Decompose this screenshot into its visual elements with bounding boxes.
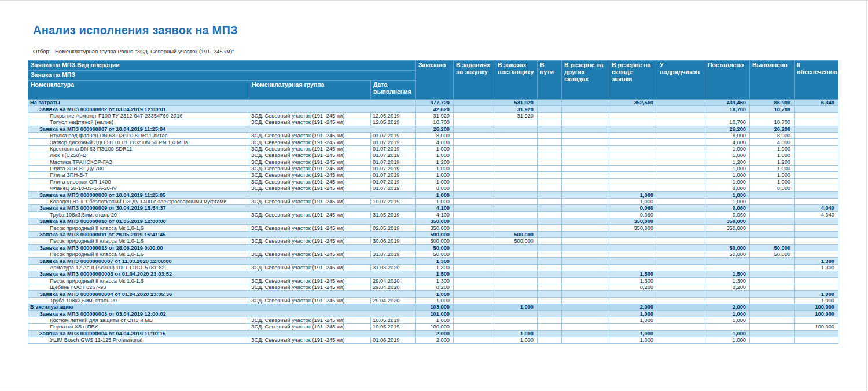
value-cell-to-provide[interactable] [795, 132, 838, 138]
value-cell-in-purchase-tasks[interactable] [454, 304, 495, 310]
value-cell-at-contractors[interactable] [657, 139, 705, 145]
value-cell-in-transit[interactable] [538, 100, 562, 106]
execution-date-cell[interactable]: 29.04.2020 [371, 284, 416, 290]
value-cell-at-contractors[interactable] [657, 324, 705, 330]
nomenclature-group-cell[interactable]: ЗСД. Северный участок (191 -245 км) [249, 165, 371, 171]
value-cell-completed[interactable] [750, 231, 795, 237]
value-cell-in-transit[interactable] [538, 225, 562, 231]
value-cell-in-supplier-orders[interactable] [495, 205, 538, 211]
value-cell-delivered[interactable]: 1,000 [705, 165, 750, 171]
value-cell-delivered[interactable]: 2,000 [705, 304, 750, 310]
value-cell-ordered[interactable]: 2,000 [416, 337, 454, 344]
value-cell-ordered[interactable]: 42,620 [416, 106, 454, 112]
value-cell-completed[interactable] [750, 192, 795, 198]
value-cell-ordered[interactable]: 1,000 [416, 165, 454, 171]
value-cell-at-contractors[interactable] [657, 284, 705, 290]
value-cell-in-supplier-orders[interactable] [495, 198, 538, 204]
value-cell-in-purchase-tasks[interactable] [454, 264, 495, 271]
value-cell-at-contractors[interactable] [657, 152, 705, 159]
value-cell-in-supplier-orders[interactable]: 531,920 [495, 100, 538, 106]
value-cell-to-provide[interactable] [795, 106, 838, 112]
execution-date-cell[interactable]: 31.03.2020 [371, 264, 416, 271]
value-cell-reserve-request-warehouse[interactable] [609, 238, 657, 244]
value-cell-reserve-other-warehouses[interactable] [562, 218, 609, 225]
nomenclature-group-cell[interactable]: ЗСД. Северный участок (191 -245 км) [249, 297, 371, 304]
group-name-cell[interactable]: Заявка на МПЗ 000000009 от 30.04.2019 15… [28, 205, 416, 211]
value-cell-in-transit[interactable] [538, 211, 562, 218]
value-cell-to-provide[interactable] [795, 126, 838, 132]
value-cell-reserve-other-warehouses[interactable] [562, 310, 609, 317]
value-cell-in-purchase-tasks[interactable] [454, 277, 495, 284]
value-cell-in-transit[interactable] [538, 185, 562, 192]
value-cell-delivered[interactable]: 1,500 [705, 271, 750, 277]
value-cell-reserve-request-warehouse[interactable]: 1,000 [609, 310, 657, 317]
value-cell-reserve-other-warehouses[interactable] [562, 192, 609, 198]
value-cell-completed[interactable]: 1,000 [750, 178, 795, 185]
value-cell-to-provide[interactable] [795, 172, 838, 178]
nomenclature-cell[interactable]: Плита ЗПН-В-7 [28, 172, 249, 178]
value-cell-completed[interactable] [750, 211, 795, 218]
value-cell-at-contractors[interactable] [657, 192, 705, 198]
nomenclature-group-cell[interactable]: ЗСД. Северный участок (191 -245 км) [249, 337, 371, 344]
value-cell-to-provide[interactable] [795, 231, 838, 237]
value-cell-reserve-request-warehouse[interactable] [609, 159, 657, 165]
value-cell-ordered[interactable]: 2,000 [416, 330, 454, 337]
value-cell-in-transit[interactable] [538, 159, 562, 165]
value-cell-to-provide[interactable] [795, 317, 838, 323]
value-cell-in-supplier-orders[interactable] [495, 185, 538, 192]
nomenclature-cell[interactable]: Мастика ТРАНСКОР-ГАЗ [28, 159, 249, 165]
value-cell-reserve-other-warehouses[interactable] [562, 106, 609, 112]
value-cell-reserve-request-warehouse[interactable]: 350,000 [609, 218, 657, 225]
value-cell-delivered[interactable] [705, 324, 750, 330]
value-cell-in-purchase-tasks[interactable] [454, 225, 495, 231]
value-cell-at-contractors[interactable] [657, 310, 705, 317]
nomenclature-group-cell[interactable]: ЗСД. Северный участок (191 -245 км) [249, 284, 371, 290]
value-cell-to-provide[interactable]: 1,000 [795, 297, 838, 304]
execution-date-cell[interactable]: 01.07.2019 [371, 185, 416, 192]
value-cell-completed[interactable]: 8,000 [750, 132, 795, 138]
value-cell-completed[interactable] [750, 264, 795, 271]
value-cell-in-transit[interactable] [538, 244, 562, 251]
value-cell-ordered[interactable]: 26,200 [416, 126, 454, 132]
value-cell-reserve-other-warehouses[interactable] [562, 277, 609, 284]
value-cell-in-transit[interactable] [538, 330, 562, 337]
value-cell-in-supplier-orders[interactable] [495, 152, 538, 159]
value-cell-reserve-other-warehouses[interactable] [562, 317, 609, 323]
value-cell-in-purchase-tasks[interactable] [454, 330, 495, 337]
value-cell-completed[interactable]: 8,000 [750, 185, 795, 192]
value-cell-to-provide[interactable] [795, 271, 838, 277]
value-cell-delivered[interactable] [705, 258, 750, 264]
value-cell-ordered[interactable]: 50,000 [416, 251, 454, 257]
value-cell-reserve-request-warehouse[interactable]: 0,060 [609, 211, 657, 218]
value-cell-reserve-other-warehouses[interactable] [562, 139, 609, 145]
value-cell-reserve-request-warehouse[interactable] [609, 251, 657, 257]
value-cell-ordered[interactable]: 500,000 [416, 238, 454, 244]
value-cell-in-supplier-orders[interactable] [495, 244, 538, 251]
value-cell-in-purchase-tasks[interactable] [454, 271, 495, 277]
value-cell-in-purchase-tasks[interactable] [454, 317, 495, 323]
value-cell-in-purchase-tasks[interactable] [454, 258, 495, 264]
value-cell-in-supplier-orders[interactable] [495, 271, 538, 277]
value-cell-ordered[interactable]: 1,300 [416, 258, 454, 264]
value-cell-delivered[interactable]: 350,000 [705, 218, 750, 225]
value-cell-reserve-other-warehouses[interactable] [562, 165, 609, 171]
value-cell-ordered[interactable]: 1,000 [416, 172, 454, 178]
value-cell-in-purchase-tasks[interactable] [454, 132, 495, 138]
value-cell-to-provide[interactable]: 4,040 [795, 205, 838, 211]
value-cell-in-supplier-orders[interactable] [495, 172, 538, 178]
value-cell-completed[interactable] [750, 337, 795, 344]
execution-date-cell[interactable]: 30.06.2019 [371, 238, 416, 244]
value-cell-reserve-other-warehouses[interactable] [562, 337, 609, 344]
value-cell-in-purchase-tasks[interactable] [454, 198, 495, 204]
value-cell-to-provide[interactable] [795, 192, 838, 198]
value-cell-in-purchase-tasks[interactable] [454, 218, 495, 225]
value-cell-reserve-other-warehouses[interactable] [562, 119, 609, 126]
value-cell-at-contractors[interactable] [657, 211, 705, 218]
value-cell-reserve-request-warehouse[interactable]: 1,000 [609, 337, 657, 344]
value-cell-reserve-request-warehouse[interactable]: 1,300 [609, 277, 657, 284]
nomenclature-cell[interactable]: Фланец 50-10-03-1-А-20-IV [28, 185, 249, 192]
value-cell-ordered[interactable]: 1,000 [416, 145, 454, 152]
value-cell-completed[interactable]: 1,000 [750, 152, 795, 159]
value-cell-reserve-other-warehouses[interactable] [562, 284, 609, 290]
value-cell-in-supplier-orders[interactable] [495, 139, 538, 145]
